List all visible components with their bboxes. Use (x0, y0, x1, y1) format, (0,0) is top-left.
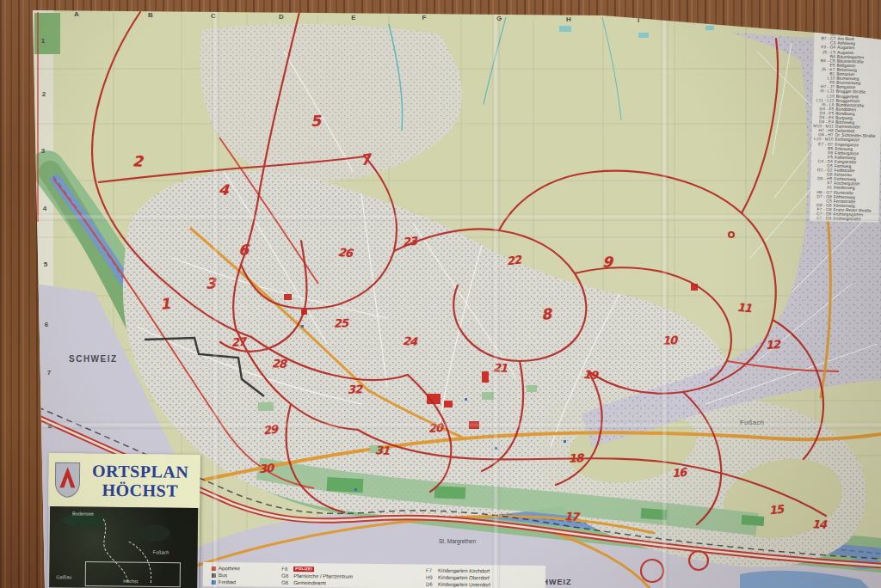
grid-col-label-E: E (351, 14, 355, 21)
district-number-23: 23 (402, 236, 416, 248)
grid-col-label-G: G (496, 15, 502, 22)
district-number-25: 25 (334, 317, 348, 329)
inset-label-gaissau: Gaißau (56, 575, 71, 580)
legend-row: Freibad (212, 579, 269, 586)
district-number-20: 20 (428, 422, 443, 434)
district-number-21: 21 (493, 362, 508, 374)
district-number-26: 26 (337, 247, 352, 259)
fussach-label: Fußach (740, 419, 764, 426)
legend-grid-ref: G6 (281, 573, 293, 579)
st-margrethen-label: St. Margrethen (439, 538, 476, 544)
district-number-4: 4 (218, 182, 229, 198)
legend-grid-ref: H9 (426, 575, 438, 580)
district-number-19: 19 (582, 369, 597, 381)
district-number-7: 7 (360, 152, 372, 168)
street-name: Alemannenstraße (838, 24, 881, 29)
inset-label-hoechst: Höchst (123, 579, 138, 585)
district-number-15: 15 (768, 504, 784, 517)
district-number-2: 2 (132, 154, 144, 169)
legend-grid-ref: G6 (281, 580, 293, 585)
inset-label-fussach: Fußach (153, 550, 169, 555)
polizei-badge: POLIZEI (293, 567, 314, 572)
hoechst-coat-of-arms-icon (54, 462, 80, 498)
grid-col-label-D: D (279, 13, 284, 21)
district-number-28: 28 (272, 358, 286, 370)
legend-grid-ref: F6 (281, 567, 293, 572)
legend-label: Freibad (219, 579, 236, 585)
title-header: ORTSPLAN HÖCHST (48, 453, 200, 508)
district-number-32: 32 (348, 383, 362, 395)
district-number-16: 16 (671, 467, 686, 480)
district-number-30: 30 (258, 462, 273, 475)
district-number-1: 1 (159, 297, 171, 312)
district-number-8: 8 (540, 307, 552, 322)
legend-row: D6Kindergarten Unterdorf (426, 581, 533, 588)
grid-col-label-C: C (211, 12, 216, 20)
grid-col-label-I: I (638, 16, 639, 24)
map-title-block: ORTSPLAN HÖCHST Bodensee Fußach Gaißau H… (47, 453, 200, 588)
map-title-line1: ORTSPLAN (80, 461, 200, 481)
grid-col-label-H: H (566, 15, 571, 23)
schweiz-label-west: SCHWEIZ (69, 354, 118, 364)
legend-column-1: ApothekeBusFreibad (212, 565, 270, 587)
street-grid-ref: J5 - J6 (816, 23, 838, 28)
map-legend: ApothekeBusFreibadF6POLIZEIG6Pfarrkirche… (203, 562, 545, 588)
street-name: Amselweg (838, 28, 881, 34)
street-index-row: G5 - H5Amselweg (816, 28, 881, 34)
district-number-14: 14 (812, 518, 827, 530)
street-index-row: C7 - D8Frühlingstraße (810, 216, 878, 222)
map-title: ORTSPLAN HÖCHST (80, 461, 200, 499)
grid-row-label-4: 4 (43, 205, 46, 212)
district-number-6: 6 (238, 242, 249, 257)
district-number-12: 12 (766, 339, 780, 351)
pool-icon (212, 580, 216, 585)
photo-scene: ABCDEFGHIJK 12345678 1234567891011121415… (0, 0, 881, 588)
grid-row-label-3: 3 (41, 147, 45, 155)
district-number-3: 3 (206, 276, 216, 291)
map-title-line2: HÖCHST (80, 480, 200, 499)
district-number-27: 27 (231, 336, 246, 348)
legend-grid-ref: D6 (426, 582, 438, 587)
district-number-17: 17 (564, 511, 579, 523)
district-number-18: 18 (569, 452, 583, 464)
grid-row-label-2: 2 (42, 90, 46, 98)
legend-label: Apotheke (219, 566, 240, 571)
grid-row-label-8: 8 (48, 422, 52, 430)
grid-col-label-F: F (422, 14, 427, 21)
legend-label: Kindergarten Kirchdorf (438, 568, 490, 574)
district-number-22: 22 (506, 254, 521, 267)
grid-row-label-7: 7 (47, 369, 51, 377)
map-sheet: ABCDEFGHIJK 12345678 1234567891011121415… (0, 0, 881, 588)
district-number-29: 29 (262, 424, 278, 437)
legend-grid-ref: F7 (426, 568, 438, 573)
pharmacy-icon (212, 567, 216, 571)
overview-inset-map: Bodensee Fußach Gaißau Höchst (49, 506, 198, 588)
district-number-9: 9 (602, 254, 613, 270)
district-number-10: 10 (662, 334, 677, 346)
legend-label: Gemeindeamt (293, 580, 326, 585)
legend-column-3: F7Kindergarten KirchdorfH9Kindergarten O… (426, 567, 533, 588)
street-index-panel: J5 - J6AlemannenstraßeG5 - H5AmselwegG6A… (810, 21, 881, 223)
grid-row-label-1: 1 (41, 37, 45, 45)
bus-icon (212, 573, 216, 578)
grid-row-label-6: 6 (45, 321, 48, 328)
legend-label: Bus (219, 573, 227, 578)
district-number-31: 31 (375, 444, 390, 456)
grid-col-label-B: B (148, 11, 153, 19)
inset-label-bodensee: Bodensee (72, 511, 94, 517)
district-number-24: 24 (403, 335, 417, 347)
street-grid-ref: C7 - D8 (810, 216, 833, 221)
legend-row: G6Gemeindeamt (281, 579, 414, 588)
legend-label: Kindergarten Oberdorf (438, 575, 490, 581)
grid-row-label-5: 5 (44, 260, 47, 268)
street-index-row: J5 - J6Alemannenstraße (816, 23, 881, 29)
grid-col-label-K: K (779, 18, 784, 26)
legend-label: Kindergarten Unterdorf (438, 582, 490, 588)
street-name: Frühlingstraße (833, 217, 878, 222)
grid-col-label-J: J (710, 17, 713, 25)
ponds (559, 26, 714, 38)
district-number-5: 5 (310, 113, 321, 129)
street-grid-ref: G5 - H5 (816, 28, 838, 33)
legend-label: Pfarrkirche / Pfarrzentrum (293, 573, 353, 579)
district-number-11: 11 (736, 302, 751, 314)
